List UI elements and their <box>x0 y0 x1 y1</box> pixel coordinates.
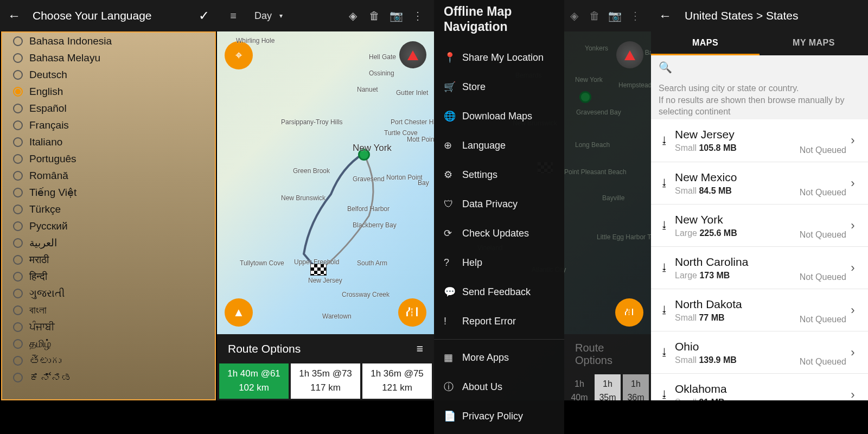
drawer-item[interactable]: ⓘAbout Us <box>434 372 564 401</box>
language-option[interactable]: தமிழ் <box>2 335 215 352</box>
language-option[interactable]: Deutsch <box>2 66 215 83</box>
drawer-item[interactable]: 💬Send Feedback <box>434 277 564 307</box>
route-card[interactable]: 1h 40m @61102 km <box>219 363 289 399</box>
radio-icon <box>13 373 23 382</box>
download-icon[interactable]: ⭳ <box>660 177 675 189</box>
route-card[interactable]: 1h 36m @75121 km <box>362 363 432 399</box>
compass-icon[interactable] <box>399 41 426 68</box>
chevron-down-icon: ▾ <box>279 12 283 20</box>
drawer-item[interactable]: 🌐Download Maps <box>434 101 564 131</box>
language-option[interactable]: Français <box>2 117 215 133</box>
route-card[interactable]: 1h 35m @73117 km <box>291 363 360 399</box>
map-place-label: Hell Gate <box>369 53 396 61</box>
search-input[interactable]: 🔍 <box>651 55 868 79</box>
directions-icon[interactable]: ◈ <box>342 9 363 22</box>
chevron-right-icon[interactable]: › <box>846 176 859 190</box>
language-label: Deutsch <box>29 69 67 81</box>
drawer-item[interactable]: ⚙Settings <box>434 160 564 189</box>
drawer-item-label: Store <box>462 81 486 93</box>
download-row[interactable]: ⭳New JerseySmall 105.8 MBNot Queued› <box>651 119 868 162</box>
drawer-item[interactable]: !Report Error <box>434 307 564 336</box>
language-option[interactable]: Español <box>2 100 215 117</box>
tab-maps[interactable]: MAPS <box>651 31 760 55</box>
chevron-right-icon[interactable]: › <box>846 303 859 317</box>
download-list[interactable]: ⭳New JerseySmall 105.8 MBNot Queued›⭳New… <box>651 119 868 400</box>
map-place-label: Crossway Creek <box>342 291 390 298</box>
language-label: Bahasa Melayu <box>29 52 100 64</box>
back-icon[interactable]: ← <box>659 8 675 23</box>
overflow-icon[interactable]: ⋮ <box>407 9 429 22</box>
drawer-item-icon: 📍 <box>444 52 462 63</box>
language-option[interactable]: Português <box>2 150 215 167</box>
map-canvas[interactable]: ⌖ ▲ ⛙ Whirling HoleHell GateOssiningNanu… <box>217 31 434 334</box>
language-option[interactable]: Italiano <box>2 133 215 150</box>
radio-icon <box>13 356 23 366</box>
download-icon[interactable]: ⭳ <box>660 389 675 400</box>
drawer-item[interactable]: ⊕Language <box>434 131 564 160</box>
download-status: Not Queued <box>781 230 846 246</box>
language-option[interactable]: हिन्दी <box>2 268 215 285</box>
drawer-item[interactable]: 📍Share My Location <box>434 43 564 72</box>
confirm-icon[interactable]: ✓ <box>199 8 209 23</box>
tab-my-maps[interactable]: MY MAPS <box>760 31 868 55</box>
download-row[interactable]: ⭳North CarolinaLarge 173 MBNot Queued› <box>651 246 868 289</box>
chevron-right-icon[interactable]: › <box>846 219 859 233</box>
download-icon[interactable]: ⭳ <box>660 220 675 231</box>
chevron-right-icon[interactable]: › <box>846 346 859 360</box>
download-icon[interactable]: ⭳ <box>660 347 675 358</box>
menu-icon[interactable]: ≡ <box>222 10 244 22</box>
language-option[interactable]: Türkçe <box>2 201 215 218</box>
download-row[interactable]: ⭳New YorkLarge 225.6 MBNot Queued› <box>651 204 868 246</box>
region-meta: Small 77 MB <box>675 313 781 323</box>
chevron-right-icon[interactable]: › <box>846 261 859 275</box>
route-alt-fab[interactable]: ⛙ <box>398 298 426 327</box>
delete-icon[interactable]: 🗑 <box>363 10 385 22</box>
language-option[interactable]: العربية <box>2 234 215 251</box>
radio-icon <box>13 255 23 265</box>
nav-drawer[interactable]: Offline Map Navigation 📍Share My Locatio… <box>434 0 564 434</box>
download-row[interactable]: ⭳New MexicoSmall 84.5 MBNot Queued› <box>651 162 868 204</box>
download-icon[interactable]: ⭳ <box>660 304 675 316</box>
chevron-right-icon[interactable]: › <box>846 133 859 148</box>
camera-icon[interactable]: 📷 <box>385 9 407 22</box>
android-navbar <box>651 400 868 434</box>
download-row[interactable]: ⭳OklahomaSmall 91 MBNot Queued› <box>651 373 868 400</box>
drawer-item[interactable]: ?Help <box>434 248 564 277</box>
language-option[interactable]: ਪੰਜਾਬੀ <box>2 318 215 335</box>
chevron-right-icon[interactable]: › <box>846 388 859 401</box>
region-name: Oklahoma <box>675 382 781 395</box>
route-distance: 121 km <box>362 381 432 395</box>
mode-select[interactable]: Day ▾ <box>244 10 293 22</box>
drawer-item-label: Send Feedback <box>462 286 531 298</box>
language-option[interactable]: English <box>2 83 215 100</box>
navigate-fab[interactable]: ▲ <box>225 298 253 327</box>
language-list[interactable]: Bahasa IndonesiaBahasa MelayuDeutschEngl… <box>1 31 216 400</box>
drawer-item[interactable]: 📄Privacy Policy <box>434 401 564 431</box>
download-status: Not Queued <box>781 188 846 204</box>
drawer-item[interactable]: 🛡Data Privacy <box>434 189 564 219</box>
language-option[interactable]: Bahasa Indonesia <box>2 33 215 49</box>
download-icon[interactable]: ⭳ <box>660 135 675 146</box>
language-option[interactable]: Русский <box>2 218 215 234</box>
mode-label: Day <box>254 10 272 22</box>
language-option[interactable]: తెలుగు <box>2 352 215 369</box>
language-option[interactable]: मराठी <box>2 251 215 268</box>
page-title: United States > States <box>685 9 799 22</box>
back-icon[interactable]: ← <box>8 8 23 23</box>
language-option[interactable]: বাংলা <box>2 302 215 318</box>
download-row[interactable]: ⭳North DakotaSmall 77 MBNot Queued› <box>651 289 868 331</box>
download-row[interactable]: ⭳OhioSmall 139.9 MBNot Queued› <box>651 331 868 373</box>
download-icon[interactable]: ⭳ <box>660 262 675 273</box>
radio-icon <box>13 339 23 349</box>
drawer-item-icon: ! <box>444 316 462 327</box>
filter-icon[interactable]: ≡ <box>417 342 423 355</box>
language-option[interactable]: Tiếng Việt <box>2 184 215 201</box>
locate-fab[interactable]: ⌖ <box>225 41 253 69</box>
language-option[interactable]: Română <box>2 167 215 184</box>
language-option[interactable]: ગુજરાતી <box>2 285 215 302</box>
language-option[interactable]: ಕನ್ನಡ <box>2 369 215 386</box>
drawer-item[interactable]: ⟳Check Updates <box>434 219 564 248</box>
drawer-item[interactable]: ▦More Apps <box>434 343 564 372</box>
language-option[interactable]: Bahasa Melayu <box>2 49 215 66</box>
drawer-item[interactable]: 🛒Store <box>434 72 564 101</box>
